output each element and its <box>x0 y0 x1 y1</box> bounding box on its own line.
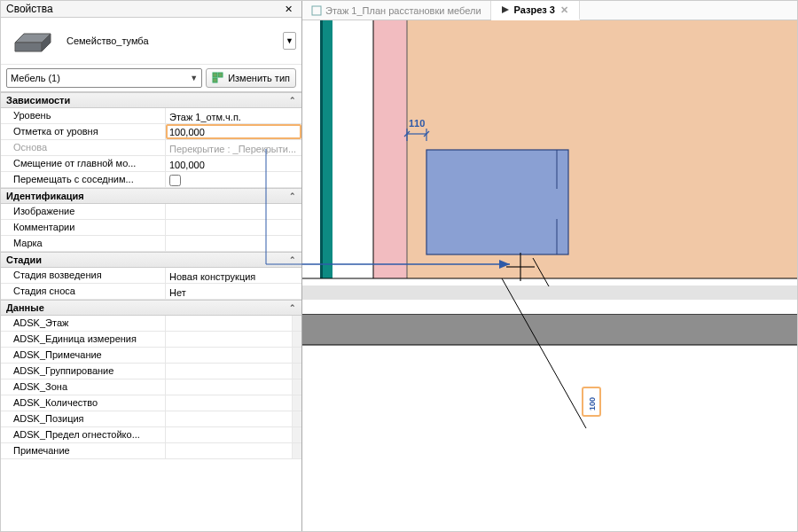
prop-row[interactable]: Стадия возведения Новая конструкция <box>1 268 301 284</box>
group-identification[interactable]: Идентификация ⌃ <box>1 188 301 204</box>
section-icon <box>500 4 511 15</box>
type-selector[interactable]: Семейство_тумба ▼ <box>1 18 301 65</box>
tab-floorplan[interactable]: Этаж 1_План расстановки мебели <box>302 1 491 20</box>
scrollbar[interactable] <box>292 316 301 331</box>
svg-rect-6 <box>312 6 321 15</box>
svg-rect-19 <box>302 300 797 315</box>
panel-titlebar: Свойства ✕ <box>1 1 301 18</box>
group-dependencies[interactable]: Зависимости ⌃ <box>1 92 301 108</box>
prop-row[interactable]: Комментарии <box>1 220 301 236</box>
type-name: Семейство_тумба <box>66 35 276 46</box>
prop-row[interactable]: Смещение от главной мо... 100,000 <box>1 156 301 172</box>
prop-row[interactable]: Примечание <box>1 443 301 459</box>
prop-row[interactable]: Уровень Этаж 1_отм.ч.п. <box>1 108 301 124</box>
prop-row[interactable]: ADSK_Зона <box>1 379 301 395</box>
svg-rect-4 <box>218 73 223 77</box>
close-icon[interactable]: ✕ <box>559 4 570 16</box>
svg-rect-16 <box>302 278 797 286</box>
svg-marker-7 <box>502 6 509 13</box>
prop-row[interactable]: Стадия сноса Нет <box>1 284 301 300</box>
family-category-select[interactable]: Мебель (1) ▼ <box>6 68 202 88</box>
collapse-icon: ⌃ <box>289 96 296 105</box>
prop-row[interactable]: ADSK_Примечание <box>1 348 301 364</box>
edit-type-icon <box>212 72 224 84</box>
group-data[interactable]: Данные ⌃ <box>1 300 301 316</box>
view-tabbar: Этаж 1_План расстановки мебели Разрез 3 … <box>302 1 797 20</box>
panel-title: Свойства <box>6 3 53 15</box>
edit-type-button[interactable]: Изменить тип <box>206 68 296 88</box>
prop-row[interactable]: ADSK_Позиция <box>1 411 301 427</box>
svg-marker-1 <box>15 43 42 51</box>
svg-rect-18 <box>302 286 797 300</box>
collapse-icon: ⌃ <box>289 255 296 264</box>
tab-section[interactable]: Разрез 3 ✕ <box>491 1 580 20</box>
prop-row[interactable]: ADSK_Предел огнестойко... <box>1 427 301 443</box>
move-with-checkbox[interactable] <box>169 175 181 186</box>
prop-row[interactable]: ADSK_Группирование <box>1 364 301 379</box>
elevation-mark[interactable]: 100 <box>583 387 600 416</box>
collapse-icon: ⌃ <box>289 303 296 312</box>
prop-row[interactable]: Марка <box>1 236 301 252</box>
properties-panel: Свойства ✕ Семейство_тумба ▼ Мебель (1) … <box>1 1 302 531</box>
prop-row[interactable]: Изображение <box>1 204 301 220</box>
type-thumbnail <box>6 25 59 57</box>
group-phasing[interactable]: Стадии ⌃ <box>1 252 301 268</box>
chevron-down-icon[interactable]: ▼ <box>283 32 296 50</box>
prop-row-offset[interactable]: Отметка от уровня 100,000 <box>1 124 301 140</box>
panel-close-icon[interactable]: ✕ <box>281 4 296 15</box>
furniture-element[interactable] <box>426 150 568 254</box>
chevron-down-icon: ▼ <box>190 74 198 82</box>
svg-rect-11 <box>320 20 323 317</box>
svg-rect-5 <box>213 78 217 82</box>
svg-rect-3 <box>213 73 217 77</box>
prop-row[interactable]: ADSK_Количество <box>1 395 301 411</box>
properties-list: Зависимости ⌃ Уровень Этаж 1_отм.ч.п. От… <box>1 92 301 531</box>
prop-row[interactable]: Перемещать с соседним... <box>1 172 301 188</box>
drawing-canvas[interactable]: 110 100 <box>302 20 797 531</box>
view-icon <box>311 5 322 16</box>
svg-rect-21 <box>302 315 797 345</box>
svg-text:110: 110 <box>409 118 425 129</box>
svg-rect-12 <box>373 20 407 317</box>
viewport: Этаж 1_План расстановки мебели Разрез 3 … <box>302 1 797 531</box>
prop-row[interactable]: ADSK_Этаж <box>1 316 301 332</box>
prop-row: Основа Перекрытие : _Перекрыти... <box>1 140 301 156</box>
collapse-icon: ⌃ <box>289 192 296 200</box>
svg-text:100: 100 <box>588 397 597 411</box>
prop-row[interactable]: ADSK_Единица измерения <box>1 332 301 348</box>
svg-rect-13 <box>332 20 373 317</box>
